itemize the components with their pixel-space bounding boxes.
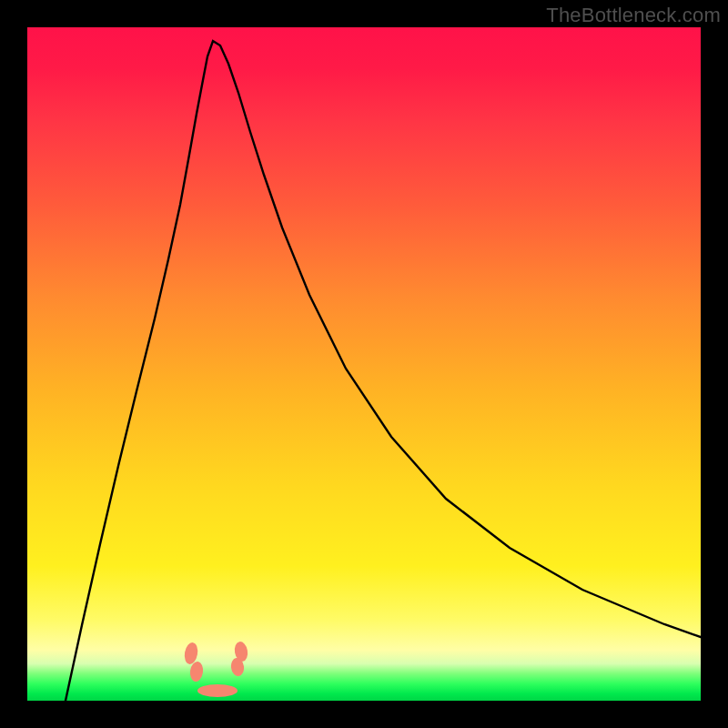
left-lower-blob bbox=[189, 661, 205, 682]
curve-layer bbox=[27, 27, 701, 701]
plot-area bbox=[27, 27, 701, 701]
marker-blobs bbox=[183, 641, 249, 697]
bottleneck-curve bbox=[66, 41, 701, 701]
chart-frame: TheBottleneck.com bbox=[0, 0, 728, 728]
bottom-bar bbox=[197, 684, 238, 697]
attribution-text: TheBottleneck.com bbox=[546, 4, 721, 27]
